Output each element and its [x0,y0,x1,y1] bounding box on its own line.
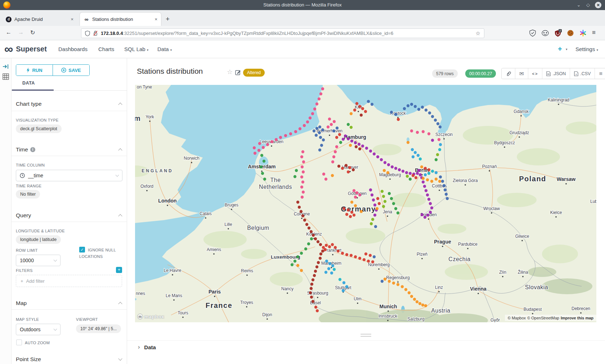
url-bar[interactable]: 172.18.0.4 :32251/superset/explore/?form… [81,28,484,38]
station-point[interactable] [443,184,445,187]
station-point[interactable] [335,145,338,148]
station-point[interactable] [315,134,318,137]
station-point[interactable] [313,108,316,110]
station-point[interactable] [421,304,424,306]
station-point[interactable] [319,136,322,139]
section-chart-type[interactable]: Chart type [16,101,42,107]
station-point[interactable] [412,155,414,158]
window-titlebar[interactable]: Stations distribution — Mozilla Firefox … [0,0,605,10]
station-point[interactable] [317,261,320,264]
section-time[interactable]: Timei [16,146,35,153]
station-point[interactable] [401,285,404,288]
expand-panel-icon[interactable] [3,63,9,70]
station-point[interactable] [306,120,309,123]
station-point[interactable] [387,163,390,166]
ignore-null-checkbox[interactable]: ✓ [79,247,85,252]
station-point[interactable] [325,260,328,263]
add-filter-plus-button[interactable]: + [116,267,122,273]
station-point[interactable] [439,143,442,146]
station-point[interactable] [331,160,334,163]
station-point[interactable] [372,199,375,201]
station-point[interactable] [341,167,344,170]
station-point[interactable] [409,172,412,175]
mapbox-logo[interactable]: m mapbox [137,314,165,319]
chevron-down-icon[interactable] [118,356,122,360]
station-point[interactable] [355,145,358,148]
station-point[interactable] [258,142,261,145]
ublock-icon[interactable]: 2 [554,29,562,37]
station-point[interactable] [345,213,348,216]
chevron-up-icon[interactable] [118,302,122,306]
station-point[interactable] [431,139,434,142]
station-point[interactable] [416,300,418,303]
station-point[interactable] [426,214,429,217]
station-point[interactable] [302,191,305,194]
station-point[interactable] [431,115,434,118]
auto-zoom-checkbox[interactable] [16,340,22,345]
station-point[interactable] [315,265,318,268]
station-point[interactable] [390,111,393,114]
station-point[interactable] [279,136,282,139]
mapbox-attribution[interactable]: © Mapbox [508,316,526,320]
station-point[interactable] [360,114,363,117]
station-point[interactable] [350,140,353,142]
station-point[interactable] [315,103,318,105]
station-point[interactable] [318,149,321,151]
station-point[interactable] [358,194,361,196]
station-point[interactable] [260,165,263,168]
forward-button[interactable]: → [18,29,24,36]
station-point[interactable] [435,158,438,161]
station-point[interactable] [354,255,357,258]
station-point[interactable] [435,178,438,181]
station-point[interactable] [347,170,350,173]
station-point[interactable] [319,243,322,246]
section-query[interactable]: Query [16,212,31,219]
station-point[interactable] [425,109,427,112]
station-point[interactable] [407,104,409,107]
station-point[interactable] [328,262,331,265]
station-point[interactable] [369,188,372,191]
station-point[interactable] [301,150,304,153]
nav-settings[interactable]: Settings ▾ [575,46,598,52]
station-point[interactable] [275,138,278,141]
station-point[interactable] [302,160,305,163]
favorite-star-icon[interactable]: ☆ [227,68,233,76]
station-point[interactable] [383,169,386,172]
station-point[interactable] [330,123,333,126]
station-point[interactable] [438,180,441,183]
viewport-value[interactable]: 10° 24' 49.86" | 5... [76,324,121,333]
station-point[interactable] [337,250,340,252]
station-point[interactable] [360,210,363,213]
station-point[interactable] [441,180,444,183]
station-point[interactable] [349,144,352,147]
station-point[interactable] [420,165,423,168]
station-point[interactable] [410,295,413,298]
insecure-lock-icon[interactable] [93,31,98,36]
station-point[interactable] [376,207,378,210]
station-point[interactable] [386,171,389,174]
edit-title-icon[interactable] [235,69,241,75]
station-point[interactable] [381,190,384,193]
station-point[interactable] [417,169,420,172]
station-point[interactable] [419,158,422,160]
station-point[interactable] [358,143,360,146]
station-point[interactable] [310,237,313,240]
station-point[interactable] [363,258,366,261]
station-point[interactable] [298,206,301,209]
station-point[interactable] [429,202,432,205]
station-point[interactable] [350,112,353,115]
station-point[interactable] [293,175,296,178]
station-point[interactable] [266,143,269,146]
chevron-up-icon[interactable] [118,214,122,218]
station-point[interactable] [421,106,424,109]
station-point[interactable] [309,291,312,294]
station-point[interactable] [413,298,416,301]
station-point[interactable] [421,213,424,216]
dataset-grid-icon[interactable] [3,73,9,80]
station-point[interactable] [354,204,357,207]
station-point[interactable] [350,126,353,129]
osm-attribution[interactable]: © OpenStreetMap [527,316,559,320]
station-point[interactable] [406,175,409,178]
station-point[interactable] [321,87,324,90]
station-point[interactable] [444,188,447,191]
